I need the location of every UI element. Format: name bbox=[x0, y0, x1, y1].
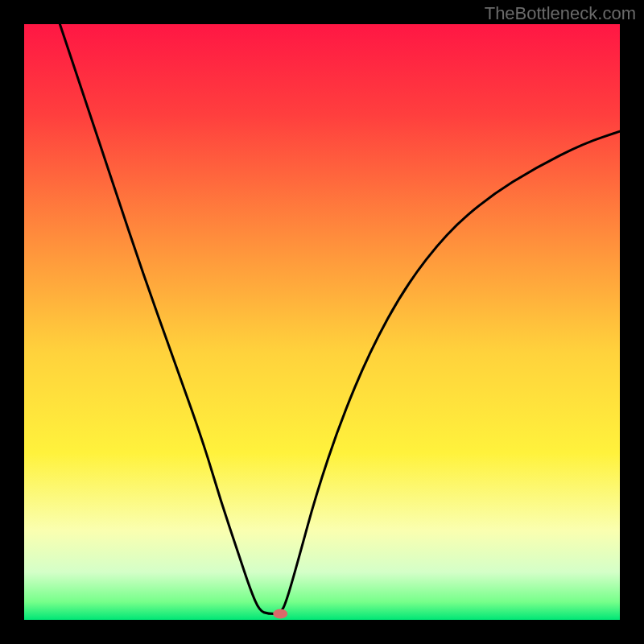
svg-rect-3 bbox=[620, 0, 644, 644]
bottleneck-chart bbox=[0, 0, 644, 644]
svg-rect-1 bbox=[0, 620, 644, 644]
svg-rect-2 bbox=[0, 0, 24, 644]
minimum-marker bbox=[273, 609, 287, 619]
plot-background bbox=[24, 24, 620, 620]
chart-container: TheBottleneck.com bbox=[0, 0, 644, 644]
watermark-text: TheBottleneck.com bbox=[485, 3, 636, 24]
